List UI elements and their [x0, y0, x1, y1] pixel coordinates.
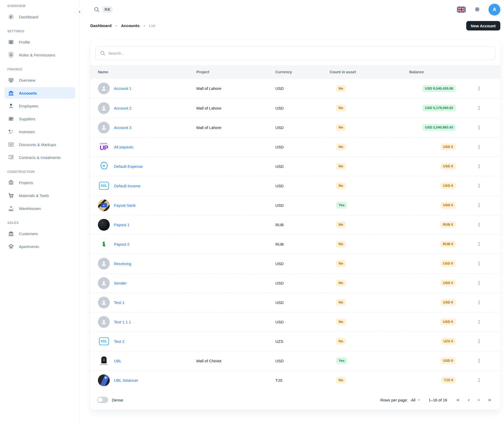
project-cell: Mall of Lahore	[189, 79, 268, 98]
sidebar-item-apartments[interactable]: Apartments	[4, 241, 75, 252]
currency-cell: USD	[268, 293, 322, 312]
user-avatar[interactable]: A	[489, 4, 500, 16]
breadcrumb-dashboard[interactable]: Dashboard	[90, 23, 112, 28]
gear-icon	[473, 6, 481, 13]
last-page-button[interactable]: »	[488, 397, 491, 403]
account-link[interactable]: Default Income	[114, 184, 140, 188]
kebab-icon	[476, 203, 482, 208]
xelancer-photo	[98, 374, 110, 386]
count-in-asset-badge: No	[336, 221, 346, 228]
table-row: UBL Xelancer TJS No TJS 0	[90, 370, 500, 390]
next-page-button[interactable]: ›	[478, 397, 480, 403]
account-link[interactable]: Account 1	[114, 86, 132, 91]
row-menu-button[interactable]	[474, 259, 484, 268]
balance-badge: USD 0	[440, 143, 456, 150]
sidebar-item-customers[interactable]: Customers	[4, 228, 75, 239]
count-in-asset-badge: No	[336, 318, 346, 325]
rows-per-page-select[interactable]: All	[411, 398, 421, 402]
sidebar-item-suppliers[interactable]: Suppliers	[4, 113, 75, 125]
balance-badge: USD 2,540,983.43	[422, 124, 456, 131]
uk-flag-icon	[457, 7, 466, 13]
kebab-icon	[476, 261, 482, 266]
table-search[interactable]	[95, 46, 495, 60]
sidebar-item-roles-permissions[interactable]: Roles & Permissions	[4, 49, 75, 61]
count-in-asset-badge: No	[336, 85, 346, 92]
account-link[interactable]: Test 1.1.1	[114, 320, 131, 324]
sidebar-item-warehouses[interactable]: Warehouses	[4, 203, 75, 214]
settings-button[interactable]	[472, 4, 482, 14]
row-menu-button[interactable]	[474, 84, 484, 93]
account-link[interactable]: Test 1	[114, 300, 124, 305]
sidebar-item-materials-tools[interactable]: Materials & Tools	[4, 190, 75, 201]
sidebar-item-employees[interactable]: Employees	[4, 100, 75, 112]
sidebar-item-projects[interactable]: Projects	[4, 177, 75, 188]
xxl-stamp-logo: XXL	[98, 336, 110, 347]
row-menu-button[interactable]	[474, 239, 484, 249]
account-link[interactable]: Sender	[114, 281, 127, 285]
breadcrumb-accounts[interactable]: Accounts	[121, 23, 140, 28]
row-menu-button[interactable]	[474, 103, 484, 113]
sidebar-item-dashboard[interactable]: Dashboard	[4, 11, 75, 23]
account-link[interactable]: Receiving	[114, 261, 131, 266]
count-in-asset-badge: Yes	[336, 357, 347, 364]
row-menu-button[interactable]	[474, 278, 484, 288]
account-link[interactable]: Payout 1	[114, 223, 129, 227]
sidebar-item-label: Contracts & Instalments	[19, 155, 61, 160]
balance-badge: TJS 0	[441, 377, 456, 384]
kebab-icon	[476, 241, 482, 247]
account-link[interactable]: UBL	[114, 359, 122, 363]
count-in-asset-badge: No	[336, 377, 346, 384]
sidebar-item-contracts-instalments[interactable]: Contracts & Instalments	[4, 152, 75, 163]
project-cell	[189, 254, 268, 273]
account-link[interactable]: Account 3	[114, 125, 132, 130]
id-badge-icon	[7, 38, 15, 46]
new-account-button[interactable]: New Account	[466, 21, 500, 30]
kebab-icon	[476, 164, 482, 169]
prev-page-button[interactable]: ‹	[468, 397, 470, 403]
count-in-asset-badge: No	[336, 143, 346, 150]
table-footer: Dense Rows per page: All 1–16 of 16 « ‹ …	[90, 390, 500, 410]
account-link[interactable]: UBL Xelancer	[114, 378, 138, 383]
project-cell	[189, 176, 268, 195]
row-menu-button[interactable]	[474, 317, 484, 327]
row-menu-button[interactable]	[474, 337, 484, 346]
row-menu-button[interactable]	[474, 220, 484, 229]
account-link[interactable]: Test 2	[114, 339, 124, 344]
search-input[interactable]	[108, 51, 491, 55]
project-cell	[189, 215, 268, 234]
account-link[interactable]: Default Expense	[114, 164, 143, 169]
row-menu-button[interactable]	[474, 181, 484, 190]
person-avatar	[98, 316, 110, 328]
row-menu-button[interactable]	[474, 162, 484, 171]
balance-badge: USD 0	[440, 182, 456, 189]
first-page-button[interactable]: «	[456, 397, 459, 403]
balance-badge: RUB 0	[440, 241, 456, 247]
table-row: LEVELUP All payouts USD No USD 0	[90, 137, 500, 157]
account-link[interactable]: Account 2	[114, 106, 132, 110]
sidebar-collapse-button[interactable]	[75, 7, 84, 16]
row-menu-button[interactable]	[474, 142, 484, 152]
project-cell	[189, 195, 268, 215]
sidebar-item-overview[interactable]: Overview	[4, 74, 75, 86]
sidebar-item-profile[interactable]: Profile	[4, 36, 75, 48]
sidebar-divider	[79, 0, 80, 423]
sidebar-item-investors[interactable]: Investors	[4, 126, 75, 137]
sidebar-item-label: Overview	[19, 78, 35, 82]
row-menu-button[interactable]	[474, 123, 484, 132]
account-link[interactable]: Faysal Sank	[114, 203, 136, 208]
row-menu-button[interactable]	[474, 200, 484, 210]
sidebar-item-accounts[interactable]: Accounts	[4, 87, 75, 99]
kebab-icon	[476, 183, 482, 188]
account-link[interactable]: Payout 2	[114, 242, 129, 246]
row-menu-button[interactable]	[474, 375, 484, 385]
briefcase-icon	[7, 179, 15, 186]
row-menu-button[interactable]	[474, 298, 484, 307]
language-button[interactable]	[456, 5, 466, 14]
account-link[interactable]: All payouts	[114, 145, 133, 149]
row-menu-button[interactable]	[474, 356, 484, 365]
currency-cell: USD	[268, 176, 322, 195]
dense-toggle[interactable]	[97, 397, 108, 403]
sidebar-item-discounts-markups[interactable]: Discounts & Markups	[4, 139, 75, 150]
global-search-button[interactable]: ⌘K	[93, 6, 113, 13]
currency-cell: UZS	[268, 332, 322, 351]
